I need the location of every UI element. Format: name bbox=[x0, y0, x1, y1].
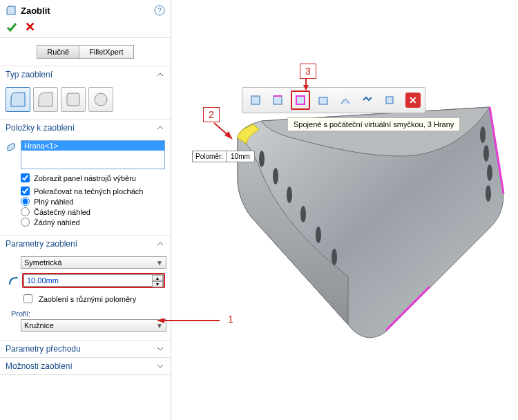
section-params-header[interactable]: Parametry zaoblení bbox=[0, 236, 171, 252]
chk-multi-radius[interactable]: Zaoblení s různými poloměry bbox=[21, 292, 165, 305]
radius-icon bbox=[8, 275, 19, 286]
select-virtual-loop-icon[interactable] bbox=[291, 90, 310, 110]
fillet-icon bbox=[6, 5, 17, 16]
radius-input[interactable] bbox=[23, 274, 164, 287]
svg-point-4 bbox=[16, 277, 18, 279]
annotation-num-1: 1 bbox=[228, 314, 233, 325]
svg-point-13 bbox=[487, 164, 492, 181]
select-body-icon[interactable] bbox=[381, 91, 399, 109]
selection-row: Hrana<1> bbox=[6, 140, 165, 169]
tab-row: Ručně FilletXpert bbox=[0, 38, 171, 66]
profile-select[interactable]: Kružnice ▼ bbox=[21, 319, 166, 332]
edge-selection-icon bbox=[6, 142, 17, 153]
svg-rect-3 bbox=[95, 93, 107, 106]
radio-partial-preview-input[interactable] bbox=[21, 207, 30, 216]
section-items-header[interactable]: Položky k zaoblení bbox=[0, 120, 171, 136]
section-params-title: Parametry zaoblení bbox=[6, 239, 155, 249]
chk-tangent-propagation[interactable]: Pokračovat na tečných plochách bbox=[21, 187, 165, 195]
chevron-down-icon bbox=[155, 344, 165, 354]
radio-full-preview-input[interactable] bbox=[21, 197, 30, 206]
chevron-down-icon bbox=[155, 361, 165, 371]
chk-tangent-propagation-input[interactable] bbox=[21, 187, 30, 195]
ok-button[interactable] bbox=[6, 21, 18, 33]
chk-show-sel-toolbar[interactable]: Zobrazit panel nástrojů výběru bbox=[21, 173, 165, 182]
svg-rect-21 bbox=[386, 97, 393, 104]
section-type: Typ zaoblení bbox=[0, 66, 171, 120]
section-options: Možnosti zaoblení bbox=[0, 358, 171, 375]
annotation-box-2: 2 bbox=[203, 107, 220, 122]
select-face-icon[interactable] bbox=[314, 91, 332, 109]
radius-spin-down[interactable]: ▼ bbox=[152, 281, 163, 287]
section-transition-header[interactable]: Parametry přechodu bbox=[0, 341, 171, 357]
select-edge-loop-icon[interactable] bbox=[269, 91, 287, 109]
chk-show-sel-toolbar-input[interactable] bbox=[21, 173, 30, 182]
svg-point-11 bbox=[480, 126, 486, 143]
radius-callout[interactable]: Poloměr: 10mm bbox=[192, 151, 255, 162]
close-icon[interactable]: ✕ bbox=[405, 93, 421, 108]
chevron-up-icon bbox=[155, 70, 165, 79]
radius-input-wrap: ▲ ▼ bbox=[22, 273, 165, 288]
section-params: Parametry zaoblení Symetrická ▼ ▲ bbox=[0, 236, 171, 341]
selection-list[interactable]: Hrana<1> bbox=[21, 140, 165, 169]
selection-item[interactable]: Hrana<1> bbox=[21, 141, 164, 151]
svg-point-9 bbox=[316, 227, 321, 243]
selection-context-toolbar: ✕ bbox=[242, 87, 425, 113]
property-panel: Zaoblit ? ✕ Ručně FilletXpert Typ zaoble… bbox=[0, 0, 171, 420]
radio-no-preview-label: Žádný náhled bbox=[34, 218, 80, 227]
svg-point-5 bbox=[259, 151, 265, 167]
panel-header: Zaoblit ? bbox=[0, 0, 171, 19]
graphics-viewport[interactable] bbox=[172, 0, 518, 420]
radius-spin-up[interactable]: ▲ bbox=[152, 275, 163, 281]
section-transition-title: Parametry přechodu bbox=[6, 344, 155, 354]
annotation-num-2: 2 bbox=[209, 109, 214, 120]
radius-row: ▲ ▼ bbox=[8, 273, 165, 288]
chk-multi-radius-label: Zaoblení s různými poloměry bbox=[39, 295, 136, 303]
tab-filletxpert[interactable]: FilletXpert bbox=[79, 45, 134, 59]
select-edge-icon[interactable] bbox=[247, 91, 265, 109]
select-tangent-icon[interactable] bbox=[336, 91, 354, 109]
feature-title: Zaoblit bbox=[21, 6, 154, 16]
radius-callout-value: 10mm bbox=[227, 151, 254, 162]
chevron-up-icon bbox=[155, 239, 165, 249]
tab-manual[interactable]: Ručně bbox=[37, 45, 79, 59]
type-variable-radius[interactable] bbox=[33, 87, 58, 112]
radio-full-preview[interactable]: Plný náhled bbox=[21, 197, 165, 206]
svg-text:?: ? bbox=[157, 7, 162, 15]
section-options-header[interactable]: Možnosti zaoblení bbox=[0, 358, 171, 374]
type-constant-radius[interactable] bbox=[6, 87, 30, 112]
type-face-fillet[interactable] bbox=[61, 87, 86, 112]
type-buttons-row bbox=[6, 87, 165, 112]
svg-rect-2 bbox=[67, 93, 79, 106]
radio-no-preview[interactable]: Žádný náhled bbox=[21, 218, 165, 227]
section-type-title: Typ zaoblení bbox=[6, 70, 155, 79]
section-options-title: Možnosti zaoblení bbox=[6, 361, 155, 371]
svg-point-6 bbox=[273, 168, 278, 184]
section-items-title: Položky k zaoblení bbox=[6, 123, 155, 133]
svg-point-8 bbox=[300, 206, 306, 222]
radio-partial-preview-label: Částečný náhled bbox=[34, 208, 90, 216]
context-tooltip: Spojené s počáteční virtuální smyčkou, 3… bbox=[287, 117, 460, 131]
svg-rect-16 bbox=[274, 96, 282, 104]
radio-full-preview-label: Plný náhled bbox=[34, 198, 74, 206]
type-full-round[interactable] bbox=[88, 87, 113, 112]
radio-no-preview-input[interactable] bbox=[21, 218, 30, 227]
chevron-up-icon bbox=[155, 123, 165, 133]
section-type-header[interactable]: Typ zaoblení bbox=[0, 66, 171, 83]
select-chain-icon[interactable] bbox=[358, 91, 376, 109]
chevron-down-icon: ▼ bbox=[156, 259, 163, 267]
confirm-row: ✕ bbox=[0, 19, 171, 38]
radius-callout-label: Poloměr: bbox=[193, 151, 227, 162]
svg-point-12 bbox=[483, 145, 489, 162]
profile-label: Profil: bbox=[11, 309, 165, 318]
radius-spinner: ▲ ▼ bbox=[152, 275, 163, 286]
model-render bbox=[172, 0, 517, 420]
chk-multi-radius-input[interactable] bbox=[23, 294, 32, 303]
profile-select-value: Kružnice bbox=[24, 321, 54, 330]
radio-partial-preview[interactable]: Částečný náhled bbox=[21, 207, 165, 216]
chevron-down-icon: ▼ bbox=[156, 322, 163, 330]
symmetry-select[interactable]: Symetrická ▼ bbox=[21, 256, 166, 269]
cancel-button[interactable]: ✕ bbox=[25, 22, 35, 32]
svg-point-7 bbox=[287, 187, 292, 203]
annotation-num-3: 3 bbox=[305, 66, 311, 77]
help-icon[interactable]: ? bbox=[154, 5, 165, 16]
